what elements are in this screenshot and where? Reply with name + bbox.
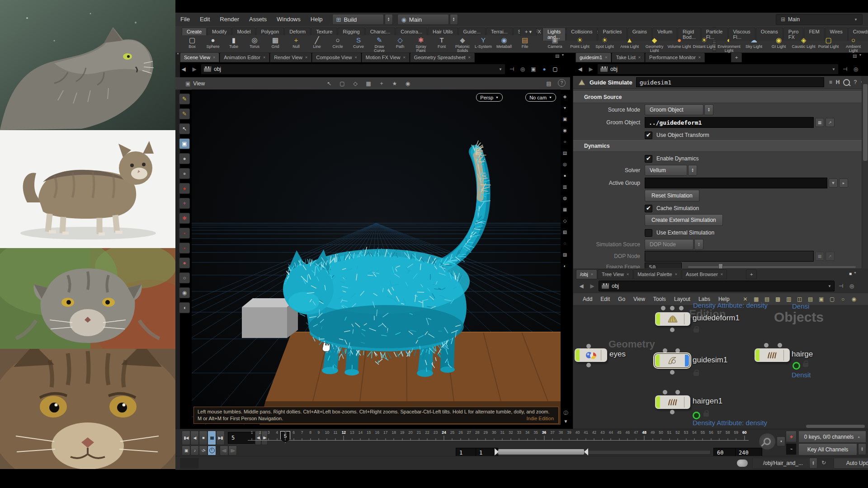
chevron-down-icon[interactable]: ▼ [828, 284, 831, 288]
network-menu-item[interactable]: View [629, 296, 649, 302]
shelf-tool[interactable]: ╱Line [307, 36, 327, 53]
shelf-tool[interactable]: ◐Environment Light [717, 36, 741, 53]
shelf-tab[interactable]: Guide... [458, 28, 486, 35]
close-icon[interactable]: × [403, 55, 406, 60]
pane-tab[interactable]: Tree View× [598, 269, 633, 279]
shelf-tab[interactable]: Constra... [396, 28, 427, 35]
display-option-icon[interactable]: ◌ [561, 239, 569, 247]
shelf-tab[interactable]: Deform [284, 28, 311, 35]
display-option-icon[interactable]: ▥ [561, 183, 569, 191]
main-spinner[interactable]: ▲▼ [450, 14, 458, 25]
close-icon[interactable]: × [591, 272, 593, 277]
help-icon[interactable]: ? [558, 79, 566, 87]
menu-item[interactable]: Windows [272, 13, 306, 26]
menu-item[interactable]: Render [215, 13, 244, 26]
close-icon[interactable]: × [605, 55, 607, 60]
close-icon[interactable]: × [213, 55, 215, 60]
shelf-tool[interactable]: ▢Box [182, 36, 203, 53]
hip-icon[interactable]: H [836, 79, 840, 85]
network-editor[interactable]: /obj×Tree View×Material Palette×Asset Br… [573, 268, 868, 429]
shelf-tool[interactable]: ✎Draw Curve [369, 36, 390, 53]
recook-icon[interactable]: ↻ [819, 458, 828, 467]
network-menu-item[interactable]: Go [614, 296, 629, 302]
next-key-button[interactable]: ▮▶ [228, 446, 237, 455]
use-object-transform-checkbox[interactable]: ✔ [645, 131, 652, 139]
update-mode-dropdown[interactable]: Auto Update [834, 458, 868, 469]
pane-tab[interactable]: Composite View× [312, 52, 361, 62]
shelf-tab[interactable]: Model [232, 28, 255, 35]
timeline-ruler[interactable]: 5 12345678910111213141516171819202122232… [248, 430, 749, 445]
info-icon[interactable]: ⓘ [562, 409, 570, 417]
section-groom-source[interactable]: Groom Source [573, 91, 862, 103]
pane-tab[interactable]: Scene View× [180, 52, 219, 62]
cook-path-spinner[interactable]: ▲▼ [809, 458, 817, 469]
shelf-tool[interactable]: ☁Sky Light [741, 36, 766, 53]
op-jump-icon[interactable]: ↗ [826, 118, 835, 127]
path-field[interactable]: obj ▼ [597, 64, 839, 75]
pin-icon[interactable]: ⊣ [836, 282, 845, 291]
dropdown-spinner[interactable]: ▲▼ [688, 165, 697, 176]
shelf-tab[interactable]: Charac... [365, 28, 396, 35]
freeze-frame-slider[interactable] [688, 266, 856, 268]
display-option-icon[interactable]: ▣ [561, 115, 569, 123]
audio-toggle[interactable]: ♪ [190, 446, 199, 455]
network-toolbar-icon[interactable]: ○ [839, 296, 848, 302]
shelf-tool[interactable]: ▤File [514, 36, 535, 53]
shelf-tool[interactable]: ●Sphere [203, 36, 223, 53]
shelf-tool[interactable]: TFont [431, 36, 452, 53]
source-mode-dropdown[interactable]: Groom Object [645, 104, 703, 115]
radial-menu-icon[interactable]: ◎ [518, 65, 527, 74]
forward-icon[interactable]: ▶ [588, 282, 597, 291]
section-dynamics[interactable]: Dynamics [573, 140, 862, 152]
viewport-tool[interactable]: + [179, 198, 190, 209]
pin-icon[interactable]: ⊣ [507, 65, 516, 74]
menu-item[interactable]: File [175, 13, 195, 26]
layout-icon[interactable]: ▤ [544, 79, 553, 88]
shelf-tab[interactable]: Terrai... [486, 28, 513, 35]
menu-item[interactable]: Help [306, 13, 328, 26]
viewport-tool[interactable]: ✎ [179, 94, 190, 104]
shelf-tab[interactable]: Hair Utils [428, 28, 458, 35]
radial-menu-icon[interactable]: ◎ [851, 65, 860, 74]
shelf-tab[interactable]: Rigging [338, 28, 364, 35]
stop-button[interactable]: ■ [199, 431, 208, 445]
dop-node-field[interactable] [645, 251, 814, 262]
path-field[interactable]: obj ▼ [201, 64, 505, 75]
right-pane-winops[interactable]: ▤▼ [853, 53, 862, 58]
display-option-icon[interactable]: ◍ [561, 194, 569, 202]
slider-handle[interactable] [718, 263, 723, 268]
chevron-down-icon[interactable]: ▼ [832, 67, 835, 71]
realtime-toggle[interactable] [208, 446, 216, 455]
back-icon[interactable]: ◀ [179, 65, 188, 74]
shelf-tool[interactable]: ◈Caustic Light [791, 36, 816, 53]
keys-info-button[interactable]: 0 keys, 0/0 channels▲ [798, 431, 866, 443]
display-option-icon[interactable]: ◐ [561, 262, 569, 270]
display-option-icon[interactable]: ○ [561, 138, 569, 145]
network-graph[interactable]: Density Attribute: density Densi Edition… [573, 305, 868, 429]
range-slider-selection[interactable] [498, 449, 584, 455]
shelf-tab-add[interactable]: + ▾ [520, 28, 537, 36]
menu-item[interactable]: Assets [244, 13, 272, 26]
create-external-simulation-button[interactable]: Create External Simulation [645, 214, 723, 226]
view-mode-label[interactable]: ▣ View [185, 80, 205, 87]
set-key-button[interactable] [759, 433, 776, 450]
close-icon[interactable]: × [305, 55, 307, 60]
projection-select[interactable]: Persp▼ [476, 93, 503, 102]
viewport-tool[interactable]: ✎ [179, 108, 190, 119]
prev-key-button[interactable]: ◀▮ [220, 446, 228, 455]
viewport-tool[interactable]: ✱ [179, 213, 190, 224]
viewport-tool[interactable]: ▣ [179, 138, 190, 149]
op-jump-icon[interactable]: ↗ [826, 252, 835, 261]
display-option-icon[interactable]: ● [561, 172, 569, 179]
simulation-source-dropdown[interactable]: DOP Node [645, 239, 693, 250]
shelf-tab[interactable]: Polygon [256, 28, 284, 35]
shelf-tool[interactable]: ●Volume Light [667, 36, 692, 53]
node-name-field[interactable]: guidesim1 [636, 77, 824, 87]
network-winops[interactable]: ■▼ [849, 271, 857, 276]
dropdown-spinner[interactable]: ▲▼ [704, 104, 713, 115]
use-external-simulation-checkbox[interactable] [645, 229, 652, 237]
viewport-toolbar-icon[interactable]: ▢ [338, 79, 347, 88]
close-icon[interactable]: × [698, 55, 701, 60]
menu-item[interactable]: Edit [195, 13, 215, 26]
display-mode-icon[interactable]: ▢ [551, 65, 560, 74]
